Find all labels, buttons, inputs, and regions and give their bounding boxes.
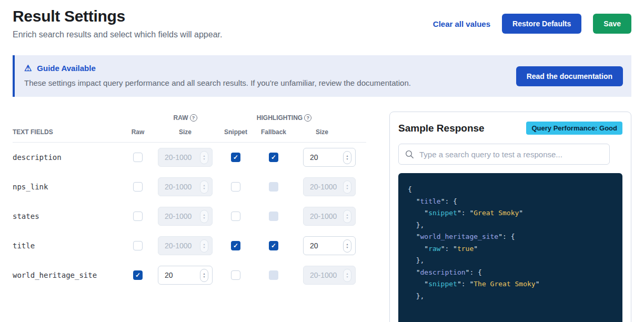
snippet-checkbox[interactable] <box>231 270 240 280</box>
highlighting-size-input: 20-1000▲▼ <box>303 207 356 226</box>
raw-size-input[interactable]: 20▲▼ <box>158 266 213 285</box>
size-value: 20 <box>310 153 318 162</box>
code-line: "description": { <box>408 267 613 279</box>
field-name: nps_link <box>13 183 118 191</box>
snippet-checkbox[interactable]: ✓ <box>231 153 240 162</box>
fallback-checkbox <box>269 182 278 192</box>
size-placeholder: 20-1000 <box>310 271 337 279</box>
sample-response-panel: Sample Response Query Performance: Good … <box>389 112 631 322</box>
table-rows: description20-1000▲▼✓✓20▲▼nps_link20-100… <box>13 143 366 290</box>
save-button[interactable]: Save <box>593 14 631 34</box>
code-line: "raw": "true" <box>408 243 613 255</box>
code-line: { <box>408 184 613 196</box>
highlighting-size-input[interactable]: 20▲▼ <box>303 148 356 167</box>
highlighting-size-input[interactable]: 20▲▼ <box>303 236 356 255</box>
restore-defaults-button[interactable]: Restore Defaults <box>502 14 581 34</box>
panel-title: Sample Response <box>398 123 485 134</box>
stepper-icon: ▲▼ <box>343 269 351 282</box>
page-subtitle: Enrich search results and select which f… <box>13 30 222 39</box>
stepper-icon: ▲▼ <box>200 151 208 164</box>
size-placeholder: 20-1000 <box>310 212 337 220</box>
highlighting-group-label: HIGHLIGHTING <box>257 114 303 122</box>
size-placeholder: 20-1000 <box>165 153 192 162</box>
size-placeholder: 20-1000 <box>165 183 192 191</box>
highlighting-size-input: 20-1000▲▼ <box>303 177 356 196</box>
size-placeholder: 20-1000 <box>310 183 337 191</box>
code-line: }, <box>408 255 613 267</box>
callout-title: Guide Available <box>37 64 95 73</box>
page-header: Result Settings Enrich search results an… <box>13 0 631 39</box>
check-icon: ✓ <box>271 154 276 160</box>
raw-checkbox[interactable] <box>133 212 143 221</box>
stepper-icon[interactable]: ▲▼ <box>200 269 208 282</box>
read-documentation-button[interactable]: Read the documentation <box>516 66 623 86</box>
column-header-snippet: Snippet <box>224 128 247 136</box>
code-line: "world_heritage_site": { <box>408 231 613 243</box>
highlighting-size-input: 20-1000▲▼ <box>303 266 356 285</box>
code-line: "snippet": "Great Smoky" <box>408 207 613 219</box>
raw-help-icon[interactable]: ? <box>190 114 197 122</box>
snippet-checkbox[interactable]: ✓ <box>231 241 240 250</box>
code-line: "title": { <box>408 196 613 208</box>
check-icon: ✓ <box>233 154 238 160</box>
raw-checkbox[interactable]: ✓ <box>133 270 143 280</box>
table-row: world_heritage_site✓20▲▼20-1000▲▼ <box>13 260 366 290</box>
page-heading-block: Result Settings Enrich search results an… <box>13 7 222 39</box>
code-line: }, <box>408 290 613 303</box>
code-line: "snippet": "The Great Smoky" <box>408 278 613 290</box>
raw-size-input: 20-1000▲▼ <box>158 207 213 226</box>
snippet-checkbox[interactable] <box>231 182 240 192</box>
clear-all-values-link[interactable]: Clear all values <box>433 19 490 28</box>
guide-callout: ⚠ Guide Available These settings impact … <box>13 55 631 97</box>
text-fields-table: RAW ? HIGHLIGHTING ? TEXT FIELDS Raw Siz… <box>13 112 366 290</box>
column-header-fallback: Fallback <box>261 128 286 136</box>
search-placeholder: Type a search query to test a response..… <box>419 150 562 159</box>
raw-size-input: 20-1000▲▼ <box>158 236 213 255</box>
check-icon: ✓ <box>271 243 276 249</box>
field-name: description <box>13 153 118 162</box>
table-row: title20-1000▲▼✓✓20▲▼ <box>13 231 366 260</box>
column-header-raw: Raw <box>132 128 145 136</box>
search-query-input[interactable]: Type a search query to test a response..… <box>398 144 610 165</box>
table-column-header-row: TEXT FIELDS Raw Size Snippet Fallback Si… <box>13 124 366 140</box>
main-content: RAW ? HIGHLIGHTING ? TEXT FIELDS Raw Siz… <box>13 112 631 322</box>
column-header-text-fields: TEXT FIELDS <box>13 128 118 136</box>
raw-group-header: RAW ? <box>158 114 213 122</box>
highlighting-help-icon[interactable]: ? <box>304 114 311 122</box>
field-name: title <box>13 242 118 250</box>
panel-header: Sample Response Query Performance: Good <box>398 122 622 135</box>
result-settings-page: Result Settings Enrich search results an… <box>0 0 644 322</box>
check-icon: ✓ <box>233 243 238 249</box>
check-icon: ✓ <box>135 272 140 278</box>
fallback-checkbox[interactable]: ✓ <box>269 241 278 250</box>
stepper-icon[interactable]: ▲▼ <box>343 151 351 164</box>
column-header-hl-size: Size <box>316 128 328 136</box>
raw-checkbox[interactable] <box>133 153 143 162</box>
callout-title-row: ⚠ Guide Available <box>24 64 510 73</box>
stepper-icon: ▲▼ <box>200 180 208 194</box>
size-placeholder: 20-1000 <box>165 212 192 220</box>
stepper-icon[interactable]: ▲▼ <box>343 239 351 253</box>
raw-checkbox[interactable] <box>133 241 143 250</box>
fallback-checkbox <box>269 270 278 280</box>
size-placeholder: 20-1000 <box>165 242 192 250</box>
table-row: description20-1000▲▼✓✓20▲▼ <box>13 143 366 172</box>
size-value: 20 <box>165 271 173 279</box>
field-name: world_heritage_site <box>13 271 118 279</box>
raw-checkbox[interactable] <box>133 182 143 192</box>
table-row: states20-1000▲▼20-1000▲▼ <box>13 202 366 231</box>
page-title: Result Settings <box>13 7 222 25</box>
fallback-checkbox[interactable]: ✓ <box>269 153 278 162</box>
search-icon <box>405 150 414 159</box>
raw-size-input: 20-1000▲▼ <box>158 148 213 167</box>
header-actions: Clear all values Restore Defaults Save <box>433 14 631 34</box>
snippet-checkbox[interactable] <box>231 212 240 221</box>
stepper-icon: ▲▼ <box>343 210 351 223</box>
column-header-raw-size: Size <box>179 128 192 136</box>
callout-body: These settings impact query performance … <box>24 78 510 87</box>
stepper-icon: ▲▼ <box>200 210 208 223</box>
query-performance-badge: Query Performance: Good <box>526 122 622 135</box>
code-line: }, <box>408 219 613 232</box>
stepper-icon: ▲▼ <box>200 239 208 253</box>
raw-group-label: RAW <box>174 114 188 122</box>
